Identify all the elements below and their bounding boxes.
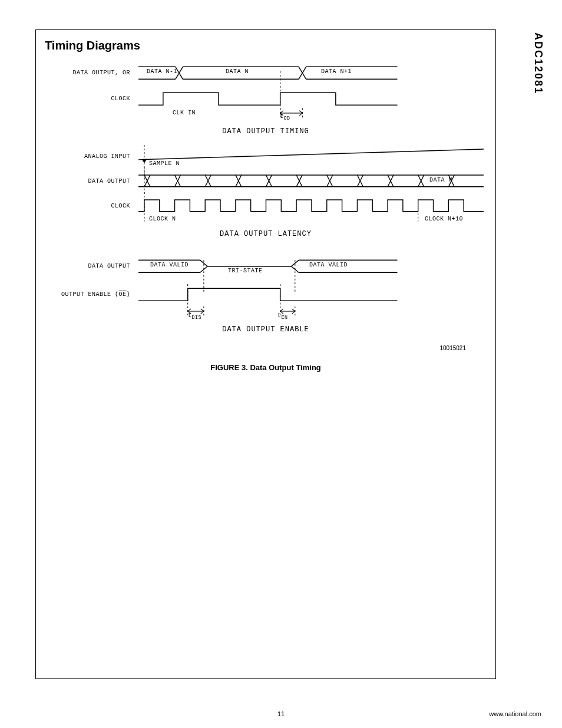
label-data-output-or: DATA OUTPUT, OR	[48, 70, 138, 76]
section-data-output-enable: DATA OUTPUT	[48, 256, 484, 334]
svg-line-14	[138, 149, 484, 160]
row-data-output-or: DATA OUTPUT, OR DAT	[48, 62, 484, 83]
title-data-output-timing: DATA OUTPUT TIMING	[48, 127, 484, 136]
section-data-output-latency: ANALOG INPUT SAMPLE N DATA OUTPUT	[48, 146, 484, 238]
section-data-output-timing: DATA OUTPUT, OR DAT	[48, 62, 484, 136]
data-seg-np1: DATA N+1	[321, 68, 352, 75]
row-clock-1: CLOCK	[48, 88, 484, 108]
row-clock-2: CLOCK CLOCK N CLOCK N+10	[48, 196, 484, 216]
seg-valid-1: DATA VALID	[150, 262, 189, 268]
row-data-output-3: DATA OUTPUT	[48, 256, 484, 276]
label-clock-1: CLOCK	[48, 95, 138, 102]
page-footer: 11 www.national.com	[0, 710, 562, 717]
label-data-output-2: DATA OUTPUT	[48, 178, 138, 185]
data-seg-last: DATA N	[429, 177, 452, 183]
label-data-output-3: DATA OUTPUT	[48, 263, 138, 269]
figure-caption: FIGURE 3. Data Output Timing	[48, 363, 484, 372]
label-clock-2: CLOCK	[48, 203, 138, 209]
timing-diagram-figure: DATA OUTPUT, OR DAT	[48, 62, 484, 372]
title-data-output-latency: DATA OUTPUT LATENCY	[48, 230, 484, 238]
data-seg-n: DATA N	[226, 68, 249, 75]
part-number-label: ADC12081	[532, 32, 544, 94]
data-seg-nm1: DATA N-1	[147, 68, 177, 75]
sub-clock-n: CLOCK N	[149, 216, 176, 222]
sub-clock-n10: CLOCK N+10	[425, 216, 463, 222]
timing-t-od: tOD	[280, 113, 290, 121]
label-output-enable: OUTPUT ENABLE (OE)	[48, 291, 138, 298]
timing-t-en: tEN	[277, 312, 288, 321]
footer-url: www.national.com	[489, 710, 541, 717]
seg-valid-2: DATA VALID	[309, 262, 348, 268]
image-id: 10015021	[440, 345, 467, 351]
content-frame: Timing Diagrams DATA OUTPUT, OR	[35, 29, 496, 679]
row-output-enable: OUTPUT ENABLE (OE)	[48, 284, 484, 304]
row-analog-input: ANALOG INPUT SAMPLE N	[48, 146, 484, 166]
section-title: Timing Diagrams	[45, 39, 140, 52]
title-data-output-enable: DATA OUTPUT ENABLE	[48, 325, 484, 334]
label-analog-input: ANALOG INPUT	[48, 153, 138, 160]
timing-t-dis: tDIS	[188, 312, 201, 321]
sub-sample-n: SAMPLE N	[149, 160, 180, 167]
row-data-output-2: DATA OUTPUT	[48, 171, 484, 191]
seg-tristate: TRI-STATE	[228, 268, 263, 274]
page-number: 11	[0, 710, 562, 717]
sub-clk-in: CLK IN	[173, 110, 196, 116]
